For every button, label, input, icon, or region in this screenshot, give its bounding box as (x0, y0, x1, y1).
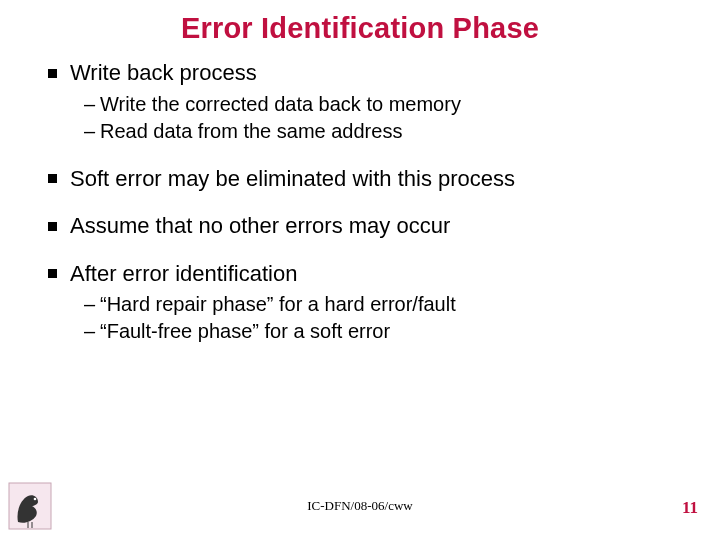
page-number: 11 (682, 498, 698, 518)
list-item: Write back process Write the corrected d… (48, 59, 692, 145)
footer-text: IC-DFN/08-06/cww (0, 498, 720, 514)
sub-list-item-text: Write the corrected data back to memory (100, 93, 461, 115)
sub-list-item: Read data from the same address (84, 118, 692, 145)
list-item: Soft error may be eliminated with this p… (48, 165, 692, 193)
list-item: After error identification “Hard repair … (48, 260, 692, 346)
list-item-text: Assume that no other errors may occur (70, 213, 450, 238)
sub-list-item: Write the corrected data back to memory (84, 91, 692, 118)
sub-list-item-text: “Hard repair phase” for a hard error/fau… (100, 293, 456, 315)
sub-list-item: “Hard repair phase” for a hard error/fau… (84, 291, 692, 318)
list-item-text: After error identification (70, 261, 297, 286)
sub-list-item-text: “Fault-free phase” for a soft error (100, 320, 390, 342)
list-item: Assume that no other errors may occur (48, 212, 692, 240)
slide: Error Identification Phase Write back pr… (0, 0, 720, 540)
sub-list-item: “Fault-free phase” for a soft error (84, 318, 692, 345)
bullet-list: Write back process Write the corrected d… (28, 59, 692, 345)
page-title: Error Identification Phase (28, 12, 692, 45)
list-item-text: Soft error may be eliminated with this p… (70, 166, 515, 191)
list-item-text: Write back process (70, 60, 257, 85)
sub-list: Write the corrected data back to memory … (70, 91, 692, 145)
sub-list-item-text: Read data from the same address (100, 120, 402, 142)
sub-list: “Hard repair phase” for a hard error/fau… (70, 291, 692, 345)
